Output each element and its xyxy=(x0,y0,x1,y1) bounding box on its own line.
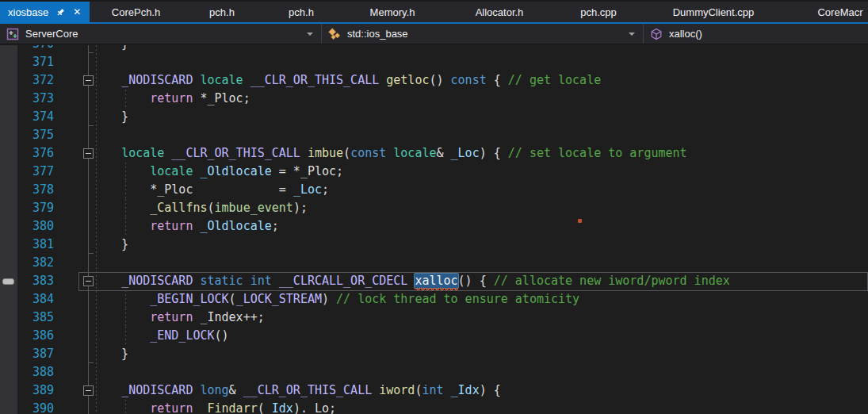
tab-pch-h[interactable]: pch.h xyxy=(182,2,262,22)
code-text: return *_Ploc; xyxy=(93,90,250,108)
line-number[interactable]: 372 xyxy=(0,71,54,90)
line-number[interactable]: 389 xyxy=(0,381,54,400)
tab-pch-h[interactable]: pch.h xyxy=(262,2,341,22)
code-line-381[interactable]: 381 } xyxy=(0,236,868,254)
code-text: } xyxy=(93,108,128,126)
line-number[interactable]: 388 xyxy=(0,363,54,381)
code-line-382[interactable]: 382 xyxy=(0,254,868,272)
code-text: _Callfns(imbue_event); xyxy=(93,199,308,217)
code-text: _NODISCARD static int __CLRCALL_OR_CDECL… xyxy=(93,272,730,290)
line-number[interactable]: 371 xyxy=(0,53,54,71)
code-line-378[interactable]: 378 *_Ploc = _Loc; xyxy=(0,181,868,199)
code-rows: 370 }371372 _NODISCARD locale __CLR_OR_T… xyxy=(0,45,868,414)
code-line-384[interactable]: 384 _BEGIN_LOCK(_LOCK_STREAM) // lock th… xyxy=(0,290,868,309)
tab-label: Allocator.h xyxy=(476,6,524,18)
tab-pch-cpp[interactable]: pch.cpp xyxy=(555,2,642,22)
vs-code-editor-window: xiosbase ✕ CorePch.hpch.hpch.hMemory.hAl… xyxy=(0,0,868,414)
line-number[interactable]: 382 xyxy=(0,254,54,272)
code-text: _NODISCARD long& __CLR_OR_THIS_CALL iwor… xyxy=(93,381,501,400)
project-dropdown[interactable]: ServerCore xyxy=(0,24,322,44)
line-number[interactable]: 380 xyxy=(0,217,54,236)
chevron-down-icon[interactable] xyxy=(629,33,635,36)
chevron-down-icon[interactable] xyxy=(307,33,313,36)
line-number[interactable]: 384 xyxy=(0,290,54,309)
code-text: } xyxy=(93,345,128,363)
code-line-377[interactable]: 377 locale _Oldlocale = *_Ploc; xyxy=(0,163,868,181)
inactive-tabs: CorePch.hpch.hpch.hMemory.hAllocator.hpc… xyxy=(90,2,868,22)
code-line-387[interactable]: 387 } xyxy=(0,345,868,363)
code-line-375[interactable]: 375 xyxy=(0,126,868,144)
code-line-388[interactable]: 388 xyxy=(0,363,868,381)
line-number[interactable]: 378 xyxy=(0,181,54,199)
line-number[interactable]: 377 xyxy=(0,163,54,181)
tab-label: Memory.h xyxy=(370,6,415,18)
code-editor[interactable]: 370 }371372 _NODISCARD locale __CLR_OR_T… xyxy=(0,45,868,414)
code-line-380[interactable]: 380 return _Oldlocale; xyxy=(0,217,868,236)
code-line-385[interactable]: 385 return _Index++; xyxy=(0,309,868,327)
line-number[interactable]: 374 xyxy=(0,108,54,126)
line-number[interactable]: 387 xyxy=(0,345,54,363)
code-text: locale _Oldlocale = *_Ploc; xyxy=(93,163,343,181)
line-number[interactable]: 390 xyxy=(0,400,54,414)
code-line-383[interactable]: 383 _NODISCARD static int __CLRCALL_OR_C… xyxy=(0,272,868,290)
tab-xiosbase[interactable]: xiosbase ✕ xyxy=(0,2,90,22)
tab-allocator-h[interactable]: Allocator.h xyxy=(444,2,555,22)
line-number[interactable]: 370 xyxy=(0,45,54,53)
code-text: _NODISCARD locale __CLR_OR_THIS_CALL get… xyxy=(93,71,601,90)
code-text: _END_LOCK() xyxy=(93,327,229,345)
navigation-bar: ServerCore std::ios_base xalloc() xyxy=(0,24,868,44)
tab-bar: xiosbase ✕ CorePch.hpch.hpch.hMemory.hAl… xyxy=(0,0,868,22)
code-text: _BEGIN_LOCK(_LOCK_STREAM) // lock thread… xyxy=(93,290,579,309)
type-name: std::ios_base xyxy=(347,28,408,40)
code-line-374[interactable]: 374 } xyxy=(0,108,868,126)
code-line-371[interactable]: 371 xyxy=(0,53,868,71)
tab-coremacr[interactable]: CoreMacr xyxy=(785,2,868,22)
highlighted-symbol-xalloc[interactable]: xalloc xyxy=(415,274,457,288)
tab-label: CorePch.h xyxy=(112,6,160,18)
code-line-390[interactable]: 390 return _Findarr(_Idx)._Lo; xyxy=(0,400,868,414)
tab-label: CoreMacr xyxy=(817,6,862,18)
line-number[interactable]: 386 xyxy=(0,327,54,345)
close-icon[interactable]: ✕ xyxy=(73,7,81,17)
line-number[interactable]: 375 xyxy=(0,126,54,144)
line-number[interactable]: 385 xyxy=(0,309,54,327)
line-number[interactable]: 381 xyxy=(0,236,54,254)
line-number[interactable]: 373 xyxy=(0,90,54,108)
tab-label: pch.h xyxy=(209,6,235,18)
tab-label: pch.h xyxy=(289,6,314,18)
code-text: return _Findarr(_Idx)._Lo; xyxy=(93,400,336,414)
code-line-379[interactable]: 379 _Callfns(imbue_event); xyxy=(0,199,868,217)
code-line-370[interactable]: 370 } xyxy=(0,45,868,53)
line-number[interactable]: 383 xyxy=(0,272,54,290)
line-number[interactable]: 379 xyxy=(0,199,54,217)
tab-memory-h[interactable]: Memory.h xyxy=(341,2,444,22)
code-text: locale __CLR_OR_THIS_CALL imbue(const lo… xyxy=(93,144,687,163)
tab-label: DummyClient.cpp xyxy=(673,6,755,18)
tab-label: pch.cpp xyxy=(580,6,617,18)
member-dropdown[interactable]: xalloc() xyxy=(644,24,868,44)
code-line-373[interactable]: 373 return *_Ploc; xyxy=(0,90,868,108)
class-icon xyxy=(328,28,341,40)
code-text: } xyxy=(93,45,128,53)
pin-icon[interactable] xyxy=(55,7,66,17)
line-number[interactable]: 376 xyxy=(0,144,54,163)
member-name: xalloc() xyxy=(669,28,702,40)
code-line-386[interactable]: 386 _END_LOCK() xyxy=(0,327,868,345)
tab-dummyclient-cpp[interactable]: DummyClient.cpp xyxy=(642,2,785,22)
type-dropdown[interactable]: std::ios_base xyxy=(322,24,644,44)
small-red-dot xyxy=(578,219,582,223)
code-line-376[interactable]: 376 locale __CLR_OR_THIS_CALL imbue(cons… xyxy=(0,144,868,163)
code-line-389[interactable]: 389 _NODISCARD long& __CLR_OR_THIS_CALL … xyxy=(0,381,868,400)
code-text: return _Oldlocale; xyxy=(93,217,279,236)
code-text: } xyxy=(93,236,128,254)
code-text: *_Ploc = _Loc; xyxy=(93,181,329,199)
tab-label: xiosbase xyxy=(8,6,48,18)
tab-corepch-h[interactable]: CorePch.h xyxy=(90,2,182,22)
code-text: return _Index++; xyxy=(93,309,265,327)
project-name: ServerCore xyxy=(25,28,78,40)
code-line-372[interactable]: 372 _NODISCARD locale __CLR_OR_THIS_CALL… xyxy=(0,71,868,90)
method-cube-icon xyxy=(650,28,663,40)
cpp-project-icon xyxy=(6,28,19,40)
